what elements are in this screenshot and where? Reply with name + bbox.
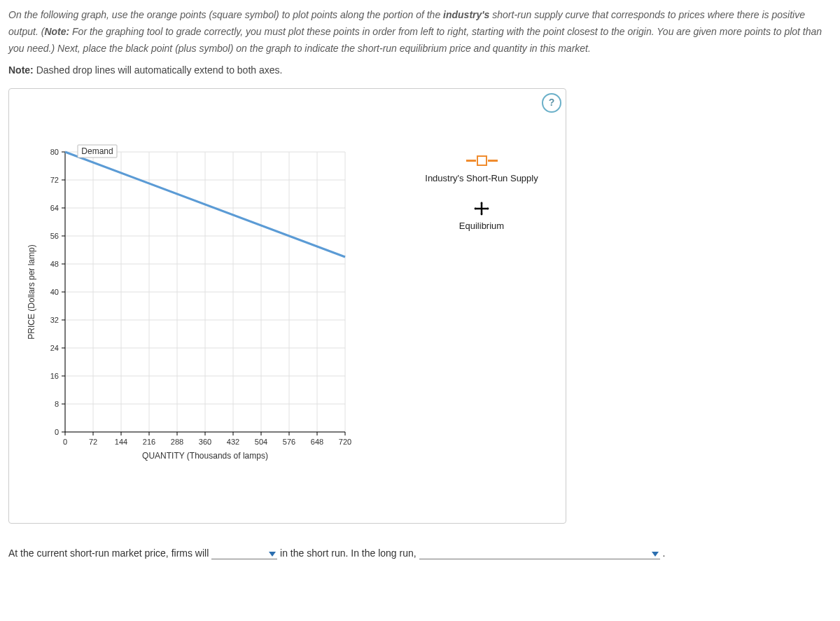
instr-part: For the graphing tool to grade correctly…: [8, 26, 822, 54]
svg-text:PRICE (Dollars per lamp): PRICE (Dollars per lamp): [27, 244, 36, 339]
chart-area[interactable]: 0721442162883604325045766487200816243240…: [23, 145, 387, 497]
svg-text:80: 80: [50, 148, 59, 156]
instr-bold2: Note:: [44, 26, 69, 37]
svg-text:144: 144: [115, 438, 127, 446]
svg-text:576: 576: [283, 438, 295, 446]
svg-text:40: 40: [50, 288, 59, 296]
svg-text:360: 360: [199, 438, 211, 446]
svg-point-75: [481, 202, 483, 204]
svg-text:720: 720: [339, 438, 351, 446]
instructions-text: On the following graph, use the orange p…: [8, 7, 832, 57]
supply-tool[interactable]: Industry's Short-Run Supply: [408, 155, 555, 183]
chevron-down-icon: [269, 552, 276, 557]
svg-text:8: 8: [55, 400, 59, 408]
dropdown-shortrun[interactable]: [211, 547, 277, 559]
svg-text:432: 432: [227, 438, 239, 446]
equilibrium-tool-label: Equilibrium: [408, 221, 555, 231]
svg-text:504: 504: [255, 438, 267, 446]
svg-point-76: [481, 213, 483, 215]
supply-tool-label: Industry's Short-Run Supply: [408, 173, 555, 183]
svg-text:288: 288: [171, 438, 183, 446]
plus-symbol-icon: [474, 202, 489, 216]
tool-palette: Industry's Short-Run Supply Equilibrium: [408, 155, 555, 249]
chart-svg[interactable]: 0721442162883604325045766487200816243240…: [23, 145, 387, 495]
svg-text:72: 72: [50, 176, 59, 184]
instr-bold1: industry's: [443, 9, 489, 20]
svg-text:0: 0: [63, 438, 67, 446]
svg-text:QUANTITY (Thousands of lamps): QUANTITY (Thousands of lamps): [142, 451, 268, 461]
square-symbol-icon: [408, 155, 555, 166]
svg-text:0: 0: [55, 428, 59, 436]
svg-text:48: 48: [50, 260, 59, 268]
note-line: Note: Dashed drop lines will automatical…: [8, 62, 832, 78]
question-prefix: At the current short-run market price, f…: [8, 547, 211, 559]
svg-text:32: 32: [50, 316, 59, 324]
svg-point-73: [475, 207, 477, 209]
svg-text:24: 24: [50, 344, 59, 352]
chevron-down-icon: [652, 552, 659, 557]
note-text: Dashed drop lines will automatically ext…: [34, 64, 283, 76]
svg-text:72: 72: [89, 438, 97, 446]
equilibrium-tool[interactable]: Equilibrium: [408, 202, 555, 231]
svg-text:216: 216: [143, 438, 155, 446]
help-button[interactable]: ?: [542, 93, 561, 113]
dropdown-longrun[interactable]: [419, 547, 660, 559]
question-line: At the current short-run market price, f…: [8, 547, 832, 559]
note-bold: Note:: [8, 64, 34, 76]
svg-point-74: [487, 207, 489, 209]
svg-text:64: 64: [50, 204, 59, 212]
question-middle: in the short run. In the long run,: [280, 547, 419, 559]
svg-text:16: 16: [50, 372, 59, 380]
graph-panel: ? 07214421628836043250457664872008162432…: [8, 88, 566, 524]
demand-label: Demand: [81, 146, 113, 156]
svg-text:56: 56: [50, 232, 59, 240]
instr-part: On the following graph, use the orange p…: [8, 9, 443, 20]
question-suffix: .: [662, 547, 665, 559]
svg-text:648: 648: [311, 438, 323, 446]
